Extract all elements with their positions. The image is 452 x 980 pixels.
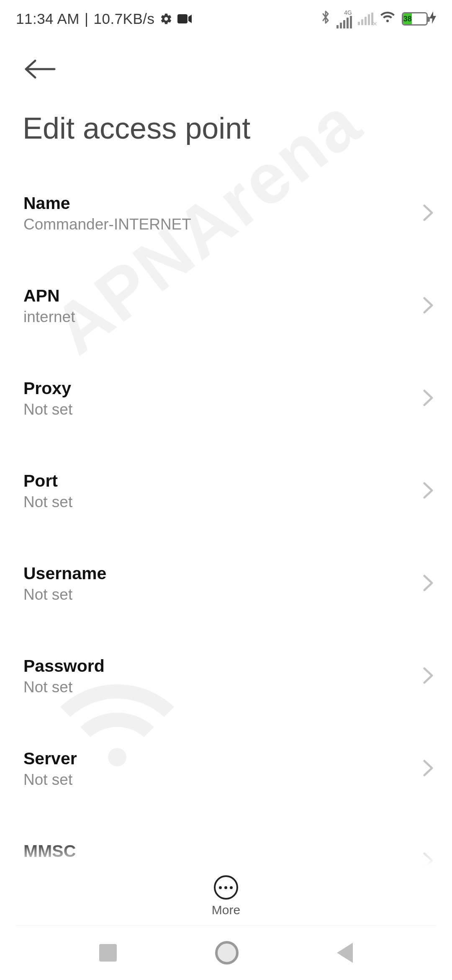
action-bar: More	[0, 867, 452, 926]
row-value: Not set	[23, 493, 424, 511]
camera-icon	[177, 14, 192, 23]
row-label: Password	[23, 656, 424, 676]
signal-1: 4G	[336, 10, 352, 28]
more-label: More	[212, 903, 240, 917]
chevron-right-icon	[423, 297, 434, 316]
row-proxy[interactable]: Proxy Not set	[0, 362, 452, 435]
nav-back-button[interactable]	[337, 943, 353, 963]
settings-list: Name Commander-INTERNET APN internet Pro…	[0, 177, 452, 879]
charging-bolt-icon	[429, 10, 436, 27]
chevron-right-icon	[423, 389, 434, 408]
row-port[interactable]: Port Not set	[0, 454, 452, 528]
chevron-right-icon	[423, 204, 434, 223]
nav-recent-button[interactable]	[99, 944, 117, 962]
row-value: Commander-INTERNET	[23, 216, 424, 233]
page-title: Edit access point	[23, 111, 250, 145]
row-username[interactable]: Username Not set	[0, 547, 452, 620]
row-label: Name	[23, 193, 424, 213]
row-value: Not set	[23, 586, 424, 603]
status-time: 11:34 AM	[16, 10, 80, 27]
battery-indicator: 38	[402, 10, 436, 27]
row-label: Username	[23, 564, 424, 583]
status-bar: 11:34 AM | 10.7KB/s 4G ✕ 38	[0, 0, 452, 38]
row-label: APN	[23, 286, 424, 306]
battery-percent: 38	[402, 15, 413, 23]
signal-1-label: 4G	[344, 10, 352, 15]
status-left: 11:34 AM | 10.7KB/s	[16, 10, 192, 27]
system-nav-bar	[0, 926, 452, 980]
row-value: Not set	[23, 771, 424, 789]
status-right: 4G ✕ 38	[321, 10, 436, 28]
row-value: Not set	[23, 678, 424, 696]
more-button[interactable]: More	[212, 875, 240, 917]
row-label: Proxy	[23, 379, 424, 398]
bluetooth-icon	[321, 10, 331, 28]
row-apn[interactable]: APN internet	[0, 269, 452, 343]
gear-icon	[160, 13, 172, 25]
row-password[interactable]: Password Not set	[0, 640, 452, 713]
row-label: Port	[23, 471, 424, 491]
chevron-right-icon	[423, 482, 434, 501]
row-value: internet	[23, 308, 424, 326]
svg-rect-0	[177, 14, 187, 23]
chevron-right-icon	[423, 759, 434, 779]
chevron-right-icon	[423, 574, 434, 593]
more-icon	[214, 875, 238, 900]
row-label: Server	[23, 749, 424, 769]
status-net-speed: 10.7KB/s	[93, 10, 154, 27]
arrow-left-icon	[24, 74, 56, 81]
chevron-right-icon	[423, 667, 434, 686]
wifi-icon	[379, 10, 396, 27]
signal-2: ✕	[358, 13, 373, 25]
row-server[interactable]: Server Not set	[0, 732, 452, 805]
status-separator: |	[85, 10, 89, 27]
back-button[interactable]	[24, 59, 56, 81]
no-sim-x-icon: ✕	[372, 21, 378, 27]
row-value: Not set	[23, 401, 424, 418]
nav-home-button[interactable]	[215, 941, 239, 965]
row-name[interactable]: Name Commander-INTERNET	[0, 177, 452, 250]
